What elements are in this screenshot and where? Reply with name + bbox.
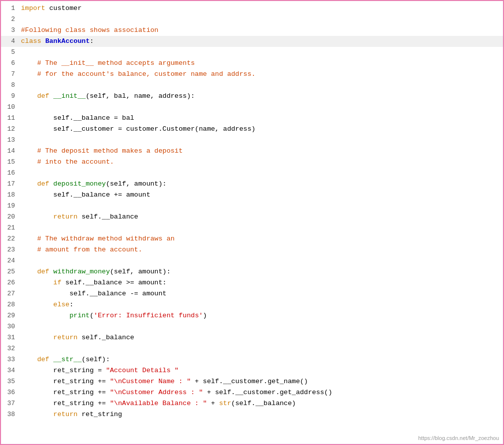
line-content[interactable] (19, 222, 503, 233)
token: (self): (82, 356, 110, 363)
line-content[interactable]: self.__balance -= amount (19, 288, 503, 299)
line-number: 35 (1, 376, 19, 387)
line-content[interactable] (19, 47, 503, 58)
code-line-21: 21 (1, 222, 503, 233)
code-line-2: 2 (1, 14, 503, 25)
line-content[interactable]: import customer (19, 3, 503, 14)
line-content[interactable]: # The withdraw method withdraws an (19, 233, 503, 244)
line-content[interactable]: # into the account. (19, 157, 503, 168)
line-content[interactable]: print('Error: Insufficient funds') (19, 310, 503, 321)
token (49, 180, 53, 188)
code-line-20: 20 return self.__balance (1, 212, 503, 222)
line-content[interactable]: return self.__balance (19, 212, 503, 222)
token: (self, amount): (106, 180, 167, 188)
line-content[interactable] (19, 14, 503, 25)
line-content[interactable]: def __str__(self): (19, 354, 503, 365)
watermark: https://blog.csdn.net/Mr_zoezhou (418, 435, 499, 441)
code-line-38: 38 return ret_string (1, 409, 503, 420)
token: "\nCustomer Name : " (110, 378, 191, 385)
line-number: 3 (1, 25, 19, 36)
code-lines: 1import customer2 3#Following class show… (1, 3, 503, 420)
line-content[interactable] (19, 201, 503, 212)
token (21, 268, 37, 275)
token: self._balance (77, 334, 134, 341)
token: : (90, 37, 94, 45)
line-number: 31 (1, 332, 19, 343)
code-line-27: 27 self.__balance -= amount (1, 288, 503, 299)
token: class (21, 37, 41, 45)
token: ret_string += (21, 378, 110, 385)
line-number: 32 (1, 343, 19, 354)
line-content[interactable]: if self.__balance >= amount: (19, 277, 503, 288)
line-content[interactable]: # The __init__ method accepts arguments (19, 58, 503, 69)
token: ) (203, 312, 207, 319)
line-number: 17 (1, 179, 19, 190)
token (21, 92, 37, 100)
code-line-18: 18 self.__balance += amount (1, 190, 503, 201)
line-content[interactable]: return ret_string (19, 409, 503, 420)
token: return (53, 334, 78, 341)
line-number: 11 (1, 113, 19, 124)
token (21, 356, 37, 363)
code-line-31: 31 return self._balance (1, 332, 503, 343)
code-line-23: 23 # amount from the account. (1, 244, 503, 255)
token (49, 356, 53, 363)
line-number: 8 (1, 80, 19, 91)
code-line-19: 19 (1, 201, 503, 212)
line-content[interactable]: def __init__(self, bal, name, address): (19, 91, 503, 102)
code-line-36: 36 ret_string += "\nCustomer Address : "… (1, 387, 503, 398)
token: def (37, 268, 49, 275)
code-line-28: 28 else: (1, 299, 503, 310)
line-number: 36 (1, 387, 19, 398)
line-content[interactable] (19, 102, 503, 113)
line-content[interactable]: return self._balance (19, 332, 503, 343)
token: 'Error: Insufficient funds' (94, 312, 203, 319)
line-content[interactable] (19, 321, 503, 332)
line-content[interactable]: # for the account's balance, customer na… (19, 69, 503, 80)
code-line-16: 16 (1, 168, 503, 179)
line-content[interactable]: def withdraw_money(self, amount): (19, 266, 503, 277)
line-number: 10 (1, 102, 19, 113)
code-line-34: 34 ret_string = "Account Details " (1, 365, 503, 376)
token: # The __init__ method accepts arguments (21, 59, 195, 67)
token: (self, amount): (110, 268, 171, 275)
line-number: 21 (1, 222, 19, 233)
token (21, 301, 53, 308)
token: __init__ (53, 92, 86, 100)
code-line-37: 37 ret_string += "\nAvailable Balance : … (1, 398, 503, 409)
token: return (53, 213, 78, 221)
line-content[interactable] (19, 255, 503, 266)
line-content[interactable]: else: (19, 299, 503, 310)
line-content[interactable] (19, 168, 503, 179)
line-content[interactable]: self.__balance = bal (19, 113, 503, 124)
line-content[interactable]: ret_string += "\nAvailable Balance : " +… (19, 398, 503, 409)
line-content[interactable]: #Following class shows association (19, 25, 503, 36)
code-line-24: 24 (1, 255, 503, 266)
token: ( (90, 312, 94, 319)
line-number: 14 (1, 146, 19, 157)
line-number: 37 (1, 398, 19, 409)
token: : (69, 301, 73, 308)
token: "Account Details " (106, 367, 179, 374)
line-content[interactable]: # The deposit method makes a deposit (19, 146, 503, 157)
line-number: 28 (1, 299, 19, 310)
code-line-7: 7 # for the account's balance, customer … (1, 69, 503, 80)
line-content[interactable]: ret_string += "\nCustomer Address : " + … (19, 387, 503, 398)
line-content[interactable] (19, 80, 503, 91)
line-number: 2 (1, 14, 19, 25)
line-content[interactable]: # amount from the account. (19, 244, 503, 255)
token (21, 213, 53, 221)
token: def (37, 92, 49, 100)
line-content[interactable] (19, 343, 503, 354)
token: import (21, 4, 45, 12)
line-content[interactable]: def deposit_money(self, amount): (19, 179, 503, 190)
line-content[interactable]: class BankAccount: (19, 36, 503, 47)
token: # The withdraw method withdraws an (21, 235, 175, 242)
line-content[interactable] (19, 135, 503, 146)
line-content[interactable]: ret_string = "Account Details " (19, 365, 503, 376)
line-content[interactable]: self.__balance += amount (19, 190, 503, 201)
line-number: 6 (1, 58, 19, 69)
token: self.__balance >= amount: (61, 279, 167, 286)
line-content[interactable]: ret_string += "\nCustomer Name : " + sel… (19, 376, 503, 387)
line-content[interactable]: self.__customer = customer.Customer(name… (19, 124, 503, 135)
